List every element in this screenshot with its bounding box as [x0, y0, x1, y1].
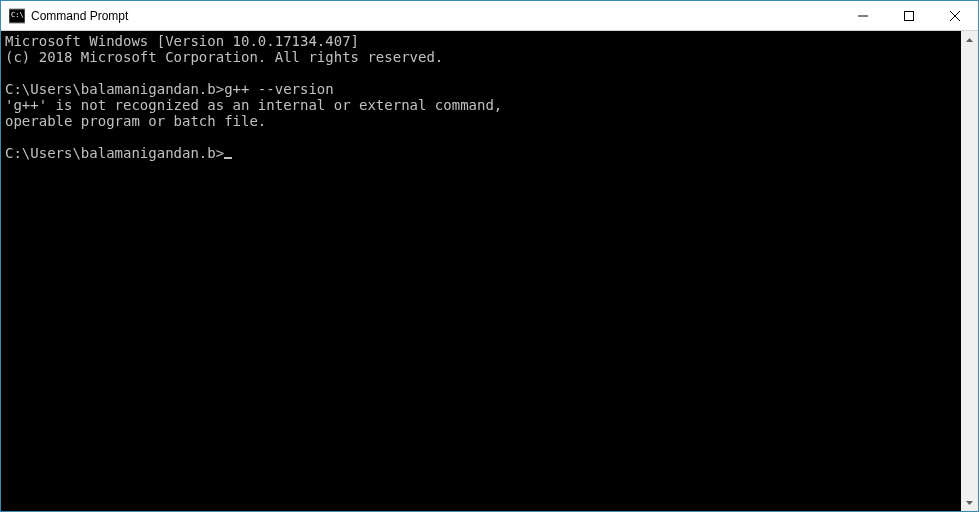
- command-prompt-window: C:\ Command Prompt Microsoft Windows [Ve…: [0, 0, 979, 512]
- minimize-button[interactable]: [840, 1, 886, 30]
- window-controls: [840, 1, 978, 30]
- window-title: Command Prompt: [31, 1, 840, 31]
- cmd-icon: C:\: [9, 8, 25, 24]
- titlebar[interactable]: C:\ Command Prompt: [1, 1, 978, 31]
- scroll-track[interactable]: [961, 48, 978, 494]
- scroll-up-button[interactable]: [961, 31, 978, 48]
- os-version-line: Microsoft Windows [Version 10.0.17134.40…: [5, 33, 359, 49]
- terminal-wrapper: Microsoft Windows [Version 10.0.17134.40…: [1, 31, 978, 511]
- vertical-scrollbar[interactable]: [961, 31, 978, 511]
- error-line: operable program or batch file.: [5, 113, 266, 129]
- scroll-down-button[interactable]: [961, 494, 978, 511]
- svg-rect-3: [905, 11, 914, 20]
- copyright-line: (c) 2018 Microsoft Corporation. All righ…: [5, 49, 443, 65]
- text-cursor: [224, 157, 232, 159]
- maximize-button[interactable]: [886, 1, 932, 30]
- svg-marker-6: [966, 38, 973, 42]
- close-button[interactable]: [932, 1, 978, 30]
- prompt-path: C:\Users\balamanigandan.b>: [5, 145, 224, 161]
- error-line: 'g++' is not recognized as an internal o…: [5, 97, 502, 113]
- terminal-output[interactable]: Microsoft Windows [Version 10.0.17134.40…: [1, 31, 961, 511]
- command-text: g++ --version: [224, 81, 334, 97]
- svg-text:C:\: C:\: [11, 11, 24, 19]
- prompt-path: C:\Users\balamanigandan.b>: [5, 81, 224, 97]
- svg-marker-7: [966, 501, 973, 505]
